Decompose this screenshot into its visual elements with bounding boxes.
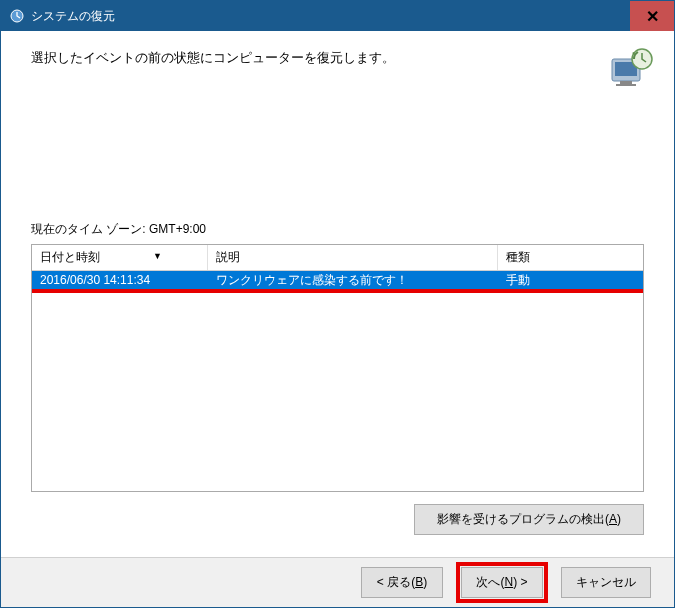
system-restore-icon [606, 45, 654, 93]
cancel-button[interactable]: キャンセル [561, 567, 651, 598]
back-button[interactable]: < 戻る(B) [361, 567, 443, 598]
restore-points-table: 日付と時刻 ▼ 説明 種類 2016/06/30 14:11:34 ワンクリウェ… [31, 244, 644, 492]
cancel-button-wrapper: キャンセル [556, 562, 656, 603]
detect-button-label: 影響を受けるプログラムの検出(A) [437, 512, 621, 526]
cell-type: 手動 [498, 271, 643, 290]
titlebar: システムの復元 ✕ [1, 1, 674, 31]
column-header-date[interactable]: 日付と時刻 ▼ [32, 245, 208, 270]
sort-indicator-icon: ▼ [153, 251, 162, 261]
cell-description: ワンクリウェアに感染する前です！ [208, 271, 498, 290]
next-button[interactable]: 次へ(N) > [461, 567, 543, 598]
window-title: システムの復元 [31, 8, 630, 25]
header-area: 選択したイベントの前の状態にコンピューターを復元します。 [1, 31, 674, 151]
svg-rect-4 [616, 84, 636, 86]
restore-icon [9, 8, 25, 24]
column-header-date-label: 日付と時刻 [40, 250, 100, 264]
back-button-wrapper: < 戻る(B) [356, 562, 448, 603]
system-restore-window: システムの復元 ✕ 選択したイベントの前の状態にコンピューターを復元します。 現… [0, 0, 675, 608]
column-header-type[interactable]: 種類 [498, 245, 643, 270]
next-button-highlight: 次へ(N) > [456, 562, 548, 603]
header-instruction: 選択したイベントの前の状態にコンピューターを復元します。 [31, 45, 395, 67]
content-area: 現在のタイム ゾーン: GMT+9:00 日付と時刻 ▼ 説明 種類 2016/… [1, 221, 674, 535]
svg-rect-3 [620, 81, 632, 84]
close-button[interactable]: ✕ [630, 1, 674, 31]
cell-date: 2016/06/30 14:11:34 [32, 272, 208, 288]
column-header-description[interactable]: 説明 [208, 245, 498, 270]
table-row[interactable]: 2016/06/30 14:11:34 ワンクリウェアに感染する前です！ 手動 [32, 271, 643, 289]
footer-buttons: < 戻る(B) 次へ(N) > キャンセル [1, 557, 674, 607]
table-body[interactable]: 2016/06/30 14:11:34 ワンクリウェアに感染する前です！ 手動 [32, 271, 643, 491]
table-header: 日付と時刻 ▼ 説明 種類 [32, 245, 643, 271]
detect-button-row: 影響を受けるプログラムの検出(A) [31, 504, 644, 535]
timezone-label: 現在のタイム ゾーン: GMT+9:00 [31, 221, 644, 238]
highlight-underline [32, 289, 643, 293]
detect-affected-programs-button[interactable]: 影響を受けるプログラムの検出(A) [414, 504, 644, 535]
